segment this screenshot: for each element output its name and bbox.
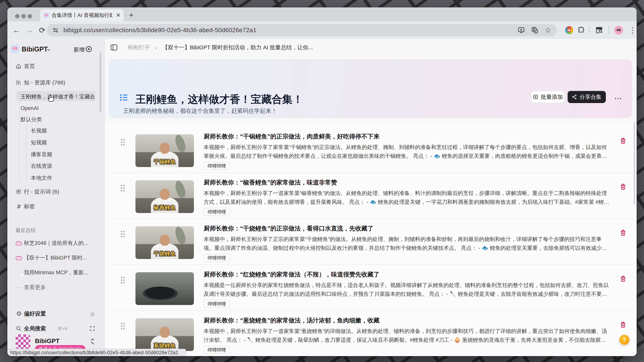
profile-avatar[interactable]: 🕶 — [614, 21, 623, 39]
delete-item-icon[interactable] — [620, 229, 626, 237]
item-title[interactable]: 厨师长教你：“干烧鲤鱼”的正宗做法，看得口水直流，先收藏了 — [204, 224, 374, 233]
bilibili-icon — [16, 255, 22, 260]
tab-favicon-icon — [43, 12, 49, 18]
browser-window: 合集详情丨AI 音视频知行助理: ✕ + ← → ⟳ bibigpt.co/us… — [7, 7, 637, 356]
list-item[interactable]: 葱烧鲤鱼 厨师长教你：“葱烧鲤鱼”的家常做法，汤汁浓郁，鱼肉细嫩，收藏 本视频中… — [108, 311, 633, 356]
chevron-down-icon[interactable] — [46, 47, 52, 53]
sidebar-item-local-file[interactable]: 本地文件 — [7, 173, 104, 184]
sidebar-scrollbar[interactable] — [100, 53, 101, 112]
item-title[interactable]: 厨师长教你：“红烧鲤鱼”的家常做法（不辣），味道很赞先收藏了 — [204, 270, 380, 279]
item-description: 本视频中，厨师长王刚分享了家常菜“干锅鲤鱼”的正宗做法。从鲤鱼的处理、腌制、到辅… — [204, 143, 610, 160]
forward-icon[interactable]: → — [26, 21, 34, 39]
drag-handle-icon[interactable] — [120, 276, 125, 284]
video-thumbnail[interactable]: 椒香鲤鱼 — [136, 180, 194, 213]
reload-icon[interactable]: ⟳ — [39, 21, 46, 39]
delete-item-icon[interactable] — [620, 321, 626, 328]
workspace-name[interactable]: BibiGPT — [22, 46, 48, 53]
drag-handle-icon[interactable] — [120, 184, 125, 192]
recent-item[interactable]: 秋芝2046｜送给所有人的... — [7, 238, 104, 249]
sidebar-item-tags[interactable]: # 标签 — [7, 201, 104, 212]
delete-item-icon[interactable] — [620, 183, 626, 191]
site-settings-icon[interactable] — [52, 27, 59, 34]
address-bar[interactable]: bibigpt.co/user/collections/b3b8de90-02e… — [47, 24, 557, 37]
list-item[interactable]: 厨师长教你：“红烧鲤鱼”的家常做法（不辣），味道很赞先收藏了 本视频是一位厨师长… — [108, 265, 633, 311]
breadcrumb-separator-icon: › — [155, 44, 157, 51]
account-avatar[interactable] — [16, 334, 30, 349]
list-item[interactable]: 干烧鲤鱼 厨师长教你：“干烧鲤鱼”的正宗做法，看得口水直流，先收藏了 本视频中，… — [108, 219, 633, 265]
sidebar-item-online-resource[interactable]: 在线资源 — [7, 161, 104, 172]
source-badge: 哔哩哔哩 — [204, 300, 230, 308]
list-item[interactable]: 椒香鲤鱼 厨师长教你：“椒香鲤鱼”的家常做法，味道非常赞 本视频中，厨师长王刚分… — [108, 173, 633, 219]
translate-icon[interactable] — [531, 27, 538, 34]
drag-handle-icon[interactable] — [120, 138, 125, 146]
extensions-puzzle-icon[interactable] — [578, 21, 585, 39]
browser-menu-icon[interactable]: ⋮ — [629, 21, 636, 39]
batch-add-button[interactable]: 批量添加 — [531, 91, 564, 103]
url-text[interactable]: bibigpt.co/user/collections/b3b8de90-02e… — [64, 27, 256, 34]
item-title[interactable]: 厨师长教你：“葱烧鲤鱼”的家常做法，汤汁浓郁，鱼肉细嫩，收藏 — [204, 316, 380, 325]
item-title[interactable]: 厨师长教你：“干锅鲤鱼”的正宗做法，肉质鲜美，好吃得停不下来 — [204, 132, 380, 141]
help-button[interactable]: ? — [619, 335, 629, 345]
sidebar-item-library[interactable]: 知 - 资源库 (766) — [7, 77, 104, 88]
delete-item-icon[interactable] — [620, 275, 626, 282]
sidebar-item-default-category[interactable]: 默认分类 — [7, 114, 104, 125]
global-search-button[interactable]: 全局搜索 ⌘+K — [7, 323, 104, 334]
toolbar-divider — [609, 26, 609, 34]
share-collection-button[interactable]: 分享合集 — [568, 91, 606, 103]
breadcrumb-current[interactable]: 【双十一】BibiGPT 限时折扣活动，助力 AI 批量总结，让你... — [162, 44, 313, 51]
breadcrumb-recent[interactable]: 刚刚打开 — [128, 44, 150, 51]
recent-item[interactable]: 我用Minimax MCP，重新... — [7, 267, 104, 278]
selected-collection-label[interactable]: 王刚鲤鱼，这样做才香！宝藏合集！ — [20, 93, 94, 100]
list-item[interactable]: 干锅鲤鱼 厨师长教你：“干锅鲤鱼”的正宗做法，肉质鲜美，好吃得停不下来 本视频中… — [108, 127, 633, 173]
more-actions-button[interactable]: ... — [614, 93, 622, 101]
account-name[interactable]: BibiGPT — [35, 337, 60, 344]
tab-close-icon[interactable]: ✕ — [116, 13, 120, 18]
source-badge: 哔哩哔哩 — [204, 208, 230, 216]
window-close-button[interactable] — [15, 14, 20, 19]
drag-handle-icon[interactable] — [120, 230, 125, 238]
collection-subtitle: 王刚老师的鲤鱼秘籍，都在这个合集里了，赶紧码住学起来！ — [123, 107, 277, 115]
item-title[interactable]: 厨师长教你：“椒香鲤鱼”的家常做法，味道非常赞 — [204, 178, 337, 187]
recent-section-label: 最近总结 — [16, 227, 36, 234]
view-more-button[interactable]: ··· 查看更多 — [7, 282, 104, 293]
video-thumbnail[interactable]: 干锅鲤鱼 — [136, 134, 194, 167]
hash-icon: # — [16, 203, 22, 210]
ellipsis-icon: ··· — [16, 284, 22, 290]
install-app-icon[interactable] — [518, 27, 525, 34]
sidebar-item-home[interactable]: 首页 — [7, 61, 104, 72]
bookmark-star-icon[interactable]: ☆ — [545, 26, 551, 34]
item-description: 本视频中，厨师长王刚分享了一道家常菜“椒香鲤鱼”的做法。从鲤鱼的处理、辅料的准备… — [204, 189, 610, 206]
browser-toolbar: ← → ⟳ bibigpt.co/user/collections/b3b8de… — [7, 21, 637, 39]
browser-tab[interactable]: 合集详情丨AI 音视频知行助理: ✕ — [40, 9, 124, 21]
extension-pinned-icon[interactable] — [565, 21, 573, 39]
window-zoom-button[interactable] — [28, 14, 32, 19]
drag-handle-icon[interactable] — [120, 322, 125, 330]
gear-icon: ⚙ — [16, 310, 22, 317]
add-circle-icon[interactable] — [85, 46, 92, 53]
sidebar-item-podcast-audio[interactable]: 播客音频 — [7, 149, 104, 160]
sidebar-item-prompts[interactable]: 行 - 提示词 (6) — [7, 186, 104, 197]
sidebar-toggle-icon[interactable] — [110, 44, 118, 51]
chevron-up-down-icon[interactable] — [89, 338, 96, 346]
expand-icon[interactable] — [89, 325, 95, 331]
sidebar-item-openai[interactable]: OpenAI — [7, 103, 104, 114]
video-thumbnail[interactable] — [136, 272, 194, 305]
sidebar-item-long-video[interactable]: 长视频 — [7, 125, 104, 136]
back-icon[interactable]: ← — [12, 21, 20, 39]
theme-sun-icon[interactable]: ☼ — [89, 310, 96, 317]
new-tab-button[interactable]: + — [129, 12, 134, 19]
new-button[interactable]: 新增 — [74, 46, 84, 54]
tab-search-icon[interactable] — [595, 21, 603, 39]
item-description: 本视频是一位厨师长分享的家常红烧鲤鱼做法，特点是不辣，适合老人和孩子。视频详细讲… — [204, 281, 610, 298]
thumbnail-caption: 葱烧鲤鱼 — [136, 342, 194, 349]
sidebar-item-short-video[interactable]: 短视频 — [7, 137, 104, 148]
recent-item[interactable]: 【双十一】BibiGPT 限时... — [7, 252, 104, 263]
delete-item-icon[interactable] — [620, 137, 626, 145]
main-scrollbar[interactable] — [634, 122, 635, 205]
shortcut-hint: ⌘+K — [57, 326, 68, 331]
window-minimize-button[interactable] — [21, 14, 26, 19]
video-thumbnail[interactable]: 葱烧鲤鱼 — [136, 318, 194, 351]
video-thumbnail[interactable]: 干烧鲤鱼 — [136, 226, 194, 259]
preferences-button[interactable]: ⚙ 偏好设置 ☼ — [7, 308, 104, 319]
thumbnail-caption: 椒香鲤鱼 — [136, 204, 194, 212]
